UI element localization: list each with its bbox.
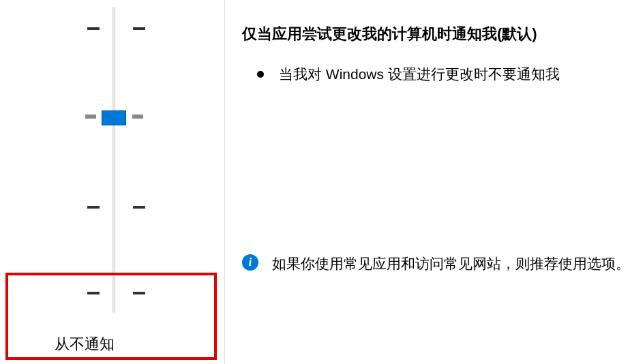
bullet-text: 当我对 Windows 设置进行更改时不要通知我 (279, 65, 560, 84)
bullet-dot-icon (257, 71, 264, 78)
slider-thumb[interactable] (102, 110, 126, 125)
slider-tick (133, 292, 145, 294)
bullet-item: 当我对 Windows 设置进行更改时不要通知我 (257, 65, 630, 84)
slider-tick (87, 27, 100, 30)
slider-tick (132, 115, 143, 119)
slider-tick (85, 115, 96, 119)
slider-track[interactable] (112, 7, 115, 314)
slider-panel: 从不通知 (0, 0, 225, 364)
slider-tick (87, 292, 100, 294)
slider-bottom-label: 从不通知 (55, 334, 115, 354)
recommendation-row: i 如果你使用常见应用和访问常见网站，则推荐使用选项。 (242, 252, 630, 275)
recommendation-text: 如果你使用常见应用和访问常见网站，则推荐使用选项。 (272, 252, 630, 275)
uac-settings-panel: 从不通知 仅当应用尝试更改我的计算机时通知我(默认) 当我对 Windows 设… (0, 0, 630, 364)
content-panel: 仅当应用尝试更改我的计算机时通知我(默认) 当我对 Windows 设置进行更改… (225, 0, 630, 364)
slider-tick (87, 206, 100, 209)
notification-level-heading: 仅当应用尝试更改我的计算机时通知我(默认) (242, 24, 630, 44)
info-icon: i (242, 254, 258, 271)
slider-tick (133, 206, 145, 209)
slider-tick (133, 27, 145, 30)
